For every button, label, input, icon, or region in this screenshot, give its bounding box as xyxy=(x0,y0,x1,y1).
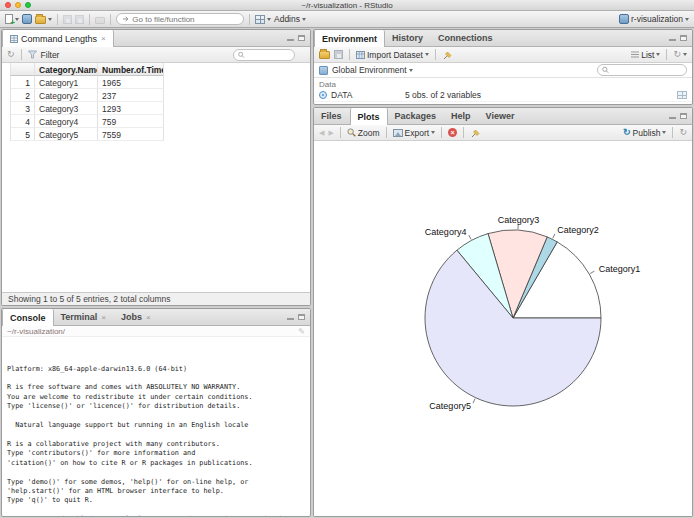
clear-plots-button[interactable] xyxy=(470,128,480,138)
zoom-label: Zoom xyxy=(358,128,380,138)
minimize-pane-icon[interactable] xyxy=(287,39,294,41)
tab-command-lengths[interactable]: Command Lengths × xyxy=(2,30,114,47)
tab-environment[interactable]: Environment xyxy=(314,30,385,47)
addins-button[interactable]: Addins xyxy=(274,14,306,24)
remove-plot-icon[interactable]: × xyxy=(448,128,457,137)
zoom-plot-button[interactable]: Zoom xyxy=(347,128,380,138)
open-file-button[interactable] xyxy=(35,14,52,24)
tab-jobs[interactable]: Jobs× xyxy=(114,309,159,325)
table-row[interactable]: 4Category4759 xyxy=(10,115,164,128)
plots-tabstrip: Files Plots Packages Help Viewer xyxy=(314,108,692,125)
tab-files[interactable]: Files xyxy=(314,108,350,124)
pie-chart: Category1Category2Category3Category4Cate… xyxy=(314,141,692,516)
close-tab-icon[interactable]: × xyxy=(146,313,151,322)
table-cell: 1293 xyxy=(98,102,164,115)
next-plot-icon[interactable]: ▶ xyxy=(328,129,333,137)
save-workspace-button[interactable] xyxy=(334,50,343,59)
left-column: Command Lengths × ↻ Filter xyxy=(1,29,311,517)
goto-directory-icon[interactable]: ✎ xyxy=(298,327,305,336)
maximize-window-icon[interactable] xyxy=(25,2,31,8)
environment-search-input[interactable] xyxy=(611,66,682,75)
project-name-label: r-visualization xyxy=(631,14,683,24)
filter-button[interactable]: Filter xyxy=(41,50,60,60)
table-row[interactable]: 2Category2237 xyxy=(10,89,164,102)
project-menu-button[interactable]: r-visualization xyxy=(619,14,689,24)
environment-object-row[interactable]: DATA 5 obs. of 2 variables xyxy=(314,89,692,102)
maximize-pane-icon[interactable] xyxy=(298,314,305,320)
table-row[interactable]: 1Category11965 xyxy=(10,76,164,89)
pane-layout-button[interactable] xyxy=(255,15,271,24)
table-cell: Category5 xyxy=(35,128,98,141)
view-table-icon[interactable] xyxy=(677,91,687,99)
new-file-button[interactable] xyxy=(5,14,19,24)
minimize-window-icon[interactable] xyxy=(15,2,21,8)
project-cube-icon xyxy=(22,14,32,24)
tab-help[interactable]: Help xyxy=(444,108,479,124)
close-window-icon[interactable] xyxy=(5,2,11,8)
tab-connections[interactable]: Connections xyxy=(431,30,501,46)
save-all-button[interactable] xyxy=(75,15,84,24)
close-tab-icon[interactable]: × xyxy=(101,34,106,43)
previous-plot-icon[interactable]: ◀ xyxy=(319,129,324,137)
row-number-header[interactable] xyxy=(10,63,35,76)
table-row[interactable]: 3Category31293 xyxy=(10,102,164,115)
workspace: Command Lengths × ↻ Filter xyxy=(0,28,694,518)
table-row[interactable]: 5Category57559 xyxy=(10,128,164,141)
project-icon xyxy=(619,14,629,24)
publish-icon: ↻ xyxy=(623,128,631,137)
tab-history[interactable]: History xyxy=(385,30,431,46)
refresh-icon: ↻ xyxy=(673,50,681,59)
console-line: 'help.start()' for an HTML browser inter… xyxy=(7,487,305,496)
maximize-pane-icon[interactable] xyxy=(298,35,305,41)
data-viewer-tabstrip: Command Lengths × xyxy=(2,30,310,47)
goto-file-function-box[interactable] xyxy=(116,13,244,25)
minimize-pane-icon[interactable] xyxy=(669,117,676,119)
maximize-pane-icon[interactable] xyxy=(680,35,687,41)
pie-label-tick xyxy=(590,271,594,273)
data-viewer-toolbar: ↻ Filter xyxy=(2,47,310,63)
export-plot-button[interactable]: Export xyxy=(393,128,436,138)
console-path-bar: ~/r-visualization/ ✎ xyxy=(2,326,310,337)
export-image-icon xyxy=(393,129,403,137)
plots-pane: Files Plots Packages Help Viewer ◀ ▶ xyxy=(313,107,693,517)
import-dataset-button[interactable]: Import Dataset xyxy=(356,50,429,60)
console-body[interactable]: Platform: x86_64-apple-darwin13.6.0 (64-… xyxy=(2,337,310,516)
minimize-pane-icon[interactable] xyxy=(669,39,676,41)
close-tab-icon[interactable]: × xyxy=(101,313,106,322)
goto-file-function-input[interactable] xyxy=(132,15,238,24)
viewer-search-box[interactable] xyxy=(233,49,295,61)
print-button[interactable] xyxy=(95,14,105,24)
environment-scope-selector[interactable]: Global Environment xyxy=(332,65,413,75)
tab-plots[interactable]: Plots xyxy=(350,108,388,125)
tab-viewer[interactable]: Viewer xyxy=(479,108,523,124)
tab-console[interactable]: Console xyxy=(2,309,54,326)
load-workspace-button[interactable] xyxy=(319,51,330,59)
console-line xyxy=(7,468,305,477)
list-view-button[interactable]: List xyxy=(631,50,660,60)
console-line: You are welcome to redistribute it under… xyxy=(7,393,305,402)
console-line: R is free software and comes with ABSOLU… xyxy=(7,383,305,392)
minimize-pane-icon[interactable] xyxy=(287,318,294,320)
viewer-search-input[interactable] xyxy=(247,50,290,59)
publish-button[interactable]: ↻Publish xyxy=(623,128,666,138)
column-header[interactable]: Category.Name xyxy=(35,63,98,76)
maximize-pane-icon[interactable] xyxy=(680,113,687,119)
console-line: Type 'contributors()' for more informati… xyxy=(7,449,305,458)
refresh-view-icon[interactable]: ↻ xyxy=(7,50,15,59)
table-body: 1Category119652Category22373Category3129… xyxy=(10,76,164,141)
save-button[interactable] xyxy=(63,15,72,24)
column-header[interactable]: Number.of.Times xyxy=(98,63,164,76)
table-cell: 3 xyxy=(10,102,35,115)
tab-packages[interactable]: Packages xyxy=(388,108,445,124)
new-project-button[interactable] xyxy=(22,14,32,24)
data-table: Category.Name Number.of.Times 1Category1… xyxy=(10,63,164,141)
broom-icon xyxy=(470,128,480,138)
pie-label: Category2 xyxy=(557,225,599,235)
refresh-environment-button[interactable]: ↻ xyxy=(673,50,687,59)
clear-environment-button[interactable] xyxy=(442,50,452,60)
environment-search-box[interactable] xyxy=(597,64,687,76)
environment-toolbar: Import Dataset List ↻ xyxy=(314,47,692,63)
tab-terminal[interactable]: Terminal× xyxy=(54,309,115,325)
refresh-plot-icon[interactable]: ↻ xyxy=(679,128,687,137)
tab-label: Packages xyxy=(395,111,437,121)
